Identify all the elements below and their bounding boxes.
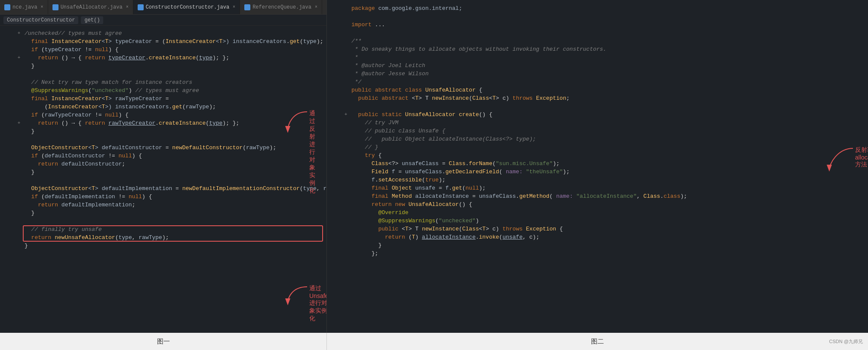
annotation-reflect: 通过反射进行对象实例化 (283, 110, 309, 133)
breadcrumb-bar: ConstructorConstructor get() (0, 15, 326, 26)
breadcrumb-class[interactable]: ConstructorConstructor (3, 16, 78, 24)
annotation-reflect-label: 通过反射进行对象实例化 (309, 110, 315, 195)
watermark: CSDN @九师兄 (829, 338, 863, 345)
tab-constructor-constructor[interactable]: ConstructorConstructor.java × (133, 0, 240, 15)
tab-nce[interactable]: nce.java × (0, 0, 48, 15)
tab-reference-queue[interactable]: ReferenceQueue.java × (240, 0, 322, 15)
figure-one-label: 图一 (0, 333, 327, 350)
tab-cleaner-class[interactable]: Cleaner.class × (322, 0, 326, 15)
tab-label: nce.java (12, 4, 37, 10)
java-file-icon (52, 4, 58, 10)
tab-bar-left: nce.java × UnsafeAllocator.java × Constr… (0, 0, 326, 15)
java-file-icon (4, 4, 10, 10)
tab-close-icon[interactable]: × (41, 5, 43, 9)
figure-two-label: 图二 CSDN @九师兄 (327, 333, 868, 350)
tab-label: ReferenceQueue.java (252, 4, 311, 10)
tab-label: UnsafeAllocator.java (61, 4, 123, 10)
code-area-right: package com.google.gson.internal; import… (327, 0, 868, 333)
java-file-icon (138, 4, 144, 10)
annotation-reflect-method-label: 反射获取allocateinstance方法 (855, 146, 868, 169)
java-file-icon (244, 4, 250, 10)
annotation-reflect-method: 反射获取allocateinstance方法 (825, 146, 855, 174)
tab-close-icon[interactable]: × (233, 5, 235, 9)
tab-close-icon[interactable]: × (315, 5, 317, 9)
annotation-unsafe-label: 通过Unsafe 进行对象实例化 (309, 285, 326, 322)
tab-unsafe-allocator[interactable]: UnsafeAllocator.java × (48, 0, 133, 15)
tab-close-icon[interactable]: × (126, 5, 129, 9)
tab-label: ConstructorConstructor.java (146, 4, 229, 10)
breadcrumb-method[interactable]: get() (81, 16, 103, 24)
annotation-unsafe: 通过Unsafe 进行对象实例化 (283, 285, 309, 306)
code-area-left: +/unchecked// types must agree final Ins… (0, 26, 326, 333)
